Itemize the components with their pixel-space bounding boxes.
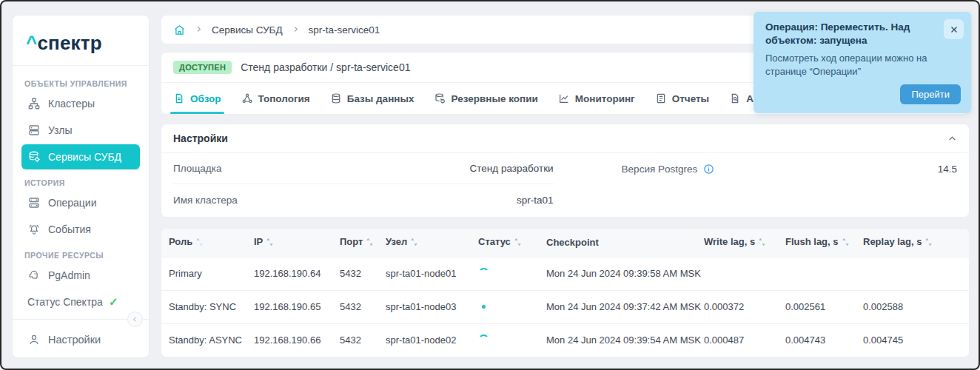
breadcrumb-separator xyxy=(292,23,300,36)
tab-monitoring[interactable]: Мониторинг xyxy=(558,83,635,114)
sort-icon xyxy=(410,238,418,249)
sidebar-item-label: PgAdmin xyxy=(48,269,90,281)
cell-checkpoint: Mon 24 Jun 2024 09:39:54 AM MSK xyxy=(540,323,698,357)
sort-icon xyxy=(924,238,933,249)
audit-icon xyxy=(729,92,741,104)
cell-port: 5432 xyxy=(334,257,380,290)
column-header-write-lag[interactable]: Write lag, s xyxy=(698,229,779,257)
table-row-primary[interactable]: Primary 192.168.190.64 5432 spr-ta01-nod… xyxy=(161,257,969,290)
table-header-row: Роль IP Порт Узел Статус Checkpoint Writ… xyxy=(161,229,969,257)
settings-panel-header[interactable]: Настройки xyxy=(161,124,969,153)
column-header-ip[interactable]: IP xyxy=(248,229,334,257)
tab-label: Отчеты xyxy=(672,93,709,104)
databases-icon xyxy=(330,92,342,104)
monitoring-chart-icon xyxy=(558,92,570,104)
logo-text: спектр xyxy=(37,32,101,54)
column-header-flush-lag[interactable]: Flush lag, s xyxy=(779,229,857,257)
toast-close-button[interactable] xyxy=(944,19,964,39)
field-value: spr-ta01 xyxy=(517,195,554,206)
nav-section-management: ОБЪЕКТЫ УПРАВЛЕНИЯ xyxy=(24,79,137,88)
field-label: Версия Postgres xyxy=(622,164,715,175)
settings-column-left: Площадка Стенд разработки Имя кластера s… xyxy=(173,153,554,215)
sidebar-item-settings[interactable]: Настройки xyxy=(13,329,149,351)
cell-role: Standby: ASYNC xyxy=(161,323,248,357)
toast-go-button[interactable]: Перейти xyxy=(900,84,961,104)
cell-role: Primary xyxy=(161,257,248,290)
field-label: Имя кластера xyxy=(173,195,238,206)
cell-flush-lag xyxy=(779,257,857,290)
cell-ip: 192.168.190.66 xyxy=(248,323,334,357)
events-bell-icon xyxy=(27,223,41,236)
tab-label: Мониторинг xyxy=(575,93,635,104)
field-value: 14.5 xyxy=(938,164,957,175)
tab-backups[interactable]: Резервные копии xyxy=(434,83,537,114)
table-row-standby-sync[interactable]: Standby: SYNC 192.168.190.65 5432 spr-ta… xyxy=(161,290,969,323)
column-header-port[interactable]: Порт xyxy=(334,229,380,257)
cell-role: Standby: SYNC xyxy=(161,290,248,323)
tab-label: Обзор xyxy=(190,93,221,104)
spektr-status-label: Статус Спектра xyxy=(27,296,103,308)
settings-row-site: Площадка Стенд разработки xyxy=(173,153,554,184)
close-icon xyxy=(950,25,959,34)
cell-write-lag: 0.000372 xyxy=(698,290,779,323)
cell-port: 5432 xyxy=(334,290,380,323)
sidebar-item-pgadmin[interactable]: PgAdmin xyxy=(21,263,140,288)
nav-section-history: ИСТОРИЯ xyxy=(24,178,137,187)
tab-overview[interactable]: Обзор xyxy=(173,83,221,114)
toast-actions: Перейти xyxy=(765,84,961,104)
tab-databases[interactable]: Базы данных xyxy=(330,83,415,114)
sidebar-item-label: Настройки xyxy=(48,334,101,346)
cell-write-lag xyxy=(698,257,779,290)
sidebar-item-label: Кластеры xyxy=(48,98,95,110)
chevron-left-icon xyxy=(131,315,139,323)
column-header-status[interactable]: Статус xyxy=(472,229,540,257)
breadcrumb-separator xyxy=(195,23,203,36)
cell-ip: 192.168.190.64 xyxy=(248,257,334,290)
settings-body: Площадка Стенд разработки Имя кластера s… xyxy=(161,153,969,217)
dbms-services-icon xyxy=(27,150,41,164)
cell-flush-lag: 0.002561 xyxy=(779,290,857,323)
nodes-table: Роль IP Порт Узел Статус Checkpoint Writ… xyxy=(161,229,969,357)
settings-row-postgres-version: Версия Postgres 14.5 xyxy=(622,153,957,184)
info-icon[interactable] xyxy=(703,164,714,175)
cell-node: spr-ta01-node03 xyxy=(380,290,472,323)
cell-replay-lag: 0.002588 xyxy=(857,290,969,323)
sidebar-item-label: События xyxy=(48,223,91,235)
sidebar-item-label: Узлы xyxy=(48,124,73,136)
nodes-table-card: Роль IP Порт Узел Статус Checkpoint Writ… xyxy=(161,228,970,357)
tab-label: Резервные копии xyxy=(451,93,537,104)
notification-toast: Операция: Переместить. Над объектом: зап… xyxy=(754,12,971,113)
column-header-replay-lag[interactable]: Replay lag, s xyxy=(857,229,969,257)
tab-label: Базы данных xyxy=(347,93,415,104)
sidebar-item-dbms-services[interactable]: Сервисы СУБД xyxy=(21,144,140,169)
sidebar-item-nodes[interactable]: Узлы xyxy=(21,118,140,143)
cell-flush-lag: 0.004743 xyxy=(779,323,857,357)
cell-node: spr-ta01-node01 xyxy=(380,257,472,290)
pgadmin-elephant-icon xyxy=(27,269,41,282)
cell-replay-lag xyxy=(857,257,969,290)
sidebar-nav: ОБЪЕКТЫ УПРАВЛЕНИЯ Кластеры Узлы Сервисы… xyxy=(13,66,149,289)
toast-title: Операция: Переместить. Над объектом: зап… xyxy=(765,21,961,47)
sidebar-item-operations[interactable]: Операции xyxy=(21,190,140,215)
table-row-standby-async[interactable]: Standby: ASYNC 192.168.190.66 5432 spr-t… xyxy=(161,323,969,357)
sidebar-collapse-button[interactable] xyxy=(127,312,143,327)
field-label: Площадка xyxy=(173,163,221,174)
tab-reports[interactable]: Отчеты xyxy=(655,83,709,114)
sidebar-item-events[interactable]: События xyxy=(21,217,140,242)
column-header-checkpoint[interactable]: Checkpoint xyxy=(540,229,698,257)
column-header-node[interactable]: Узел xyxy=(380,229,472,257)
nodes-icon xyxy=(27,124,41,137)
home-icon[interactable] xyxy=(173,24,186,36)
settings-panel: Настройки Площадка Стенд разработки Имя … xyxy=(161,124,970,218)
breadcrumb-item-dbms-services[interactable]: Сервисы СУБД xyxy=(212,24,283,36)
column-header-role[interactable]: Роль xyxy=(161,229,248,257)
collapse-panel-button[interactable] xyxy=(947,134,957,144)
cell-status xyxy=(472,290,540,323)
sidebar-item-clusters[interactable]: Кластеры xyxy=(21,91,140,116)
tab-topology[interactable]: Топология xyxy=(241,83,310,114)
cell-status xyxy=(472,257,540,290)
field-value: Стенд разработки xyxy=(470,163,554,174)
cell-checkpoint: Mon 24 Jun 2024 09:39:58 AM MSK xyxy=(540,257,698,290)
user-settings-icon xyxy=(27,333,41,346)
sidebar-item-label: Сервисы СУБД xyxy=(48,151,121,163)
